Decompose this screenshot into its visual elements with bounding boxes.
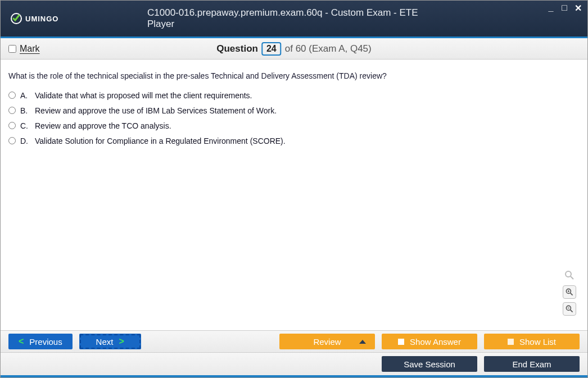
next-button[interactable]: Next > xyxy=(79,334,141,349)
option-letter: D. xyxy=(20,135,30,148)
mark-checkbox-wrap[interactable]: Mark xyxy=(8,44,40,54)
close-button[interactable]: ✕ xyxy=(573,3,583,13)
chevron-right-icon: > xyxy=(119,336,124,347)
next-label: Next xyxy=(96,337,114,347)
end-exam-label: End Exam xyxy=(512,359,551,369)
save-session-label: Save Session xyxy=(404,359,455,369)
maximize-button[interactable]: □ xyxy=(559,3,569,13)
previous-button[interactable]: < Previous xyxy=(8,334,73,349)
option-radio[interactable] xyxy=(8,122,16,129)
list-icon xyxy=(508,339,514,345)
question-word: Question xyxy=(216,43,258,54)
chevron-left-icon: < xyxy=(19,336,24,347)
minimize-button[interactable]: _ xyxy=(546,3,556,13)
option-radio[interactable] xyxy=(8,137,16,144)
show-answer-button[interactable]: Show Answer xyxy=(382,334,477,349)
option-letter: B. xyxy=(20,104,30,117)
nav-footer: < Previous Next > Review Show Answer Sho… xyxy=(1,330,587,353)
review-label: Review xyxy=(313,337,341,347)
square-icon xyxy=(398,339,404,345)
option-radio[interactable] xyxy=(8,92,16,99)
app-logo: UMINGO xyxy=(10,12,58,25)
show-answer-label: Show Answer xyxy=(410,337,461,347)
zoom-out-button[interactable] xyxy=(563,302,576,316)
options-list: A. Validate that what is proposed will m… xyxy=(8,89,580,148)
end-exam-button[interactable]: End Exam xyxy=(484,356,580,372)
option-d[interactable]: D. Validate Solution for Compliance in a… xyxy=(8,135,580,148)
window-controls: _ □ ✕ xyxy=(546,3,583,13)
option-text: Review and approve the use of IBM Lab Se… xyxy=(35,104,277,117)
footer-accent-line xyxy=(1,375,587,377)
titlebar: UMINGO C1000-016.prepaway.premium.exam.6… xyxy=(1,1,587,37)
option-text: Validate Solution for Compliance in a Re… xyxy=(35,135,286,148)
previous-label: Previous xyxy=(29,337,62,347)
session-footer: Save Session End Exam xyxy=(1,353,587,375)
svg-point-1 xyxy=(566,271,571,277)
mark-checkbox[interactable] xyxy=(8,45,16,53)
zoom-in-button[interactable] xyxy=(563,285,576,299)
option-text: Review and approve the TCO analysis. xyxy=(35,120,171,133)
window-title: C1000-016.prepaway.premium.exam.60q - Cu… xyxy=(147,7,441,30)
zoom-controls xyxy=(563,268,576,316)
option-text: Validate that what is proposed will met … xyxy=(35,89,252,102)
question-header: Mark Question 24 of 60 (Exam A, Q45) xyxy=(1,38,587,60)
question-counter: Question 24 of 60 (Exam A, Q45) xyxy=(216,42,371,56)
logo-text: UMINGO xyxy=(25,15,58,23)
option-b[interactable]: B. Review and approve the use of IBM Lab… xyxy=(8,104,580,117)
svg-line-4 xyxy=(571,293,573,295)
review-button[interactable]: Review xyxy=(279,334,375,349)
mark-label: Mark xyxy=(20,44,40,54)
option-radio[interactable] xyxy=(8,107,16,114)
save-session-button[interactable]: Save Session xyxy=(382,356,477,372)
option-letter: C. xyxy=(20,120,30,133)
question-text: What is the role of the technical specia… xyxy=(8,70,580,83)
search-icon[interactable] xyxy=(563,268,576,282)
question-content: What is the role of the technical specia… xyxy=(1,60,587,158)
show-list-label: Show List xyxy=(519,337,556,347)
option-letter: A. xyxy=(20,89,30,102)
question-of-text: of 60 (Exam A, Q45) xyxy=(285,43,372,54)
svg-line-8 xyxy=(571,310,573,312)
triangle-up-icon xyxy=(359,340,366,344)
option-a[interactable]: A. Validate that what is proposed will m… xyxy=(8,89,580,102)
show-list-button[interactable]: Show List xyxy=(484,334,580,349)
svg-line-2 xyxy=(571,276,573,279)
option-c[interactable]: C. Review and approve the TCO analysis. xyxy=(8,120,580,133)
question-number: 24 xyxy=(261,42,282,56)
checkmark-logo-icon xyxy=(10,12,23,25)
